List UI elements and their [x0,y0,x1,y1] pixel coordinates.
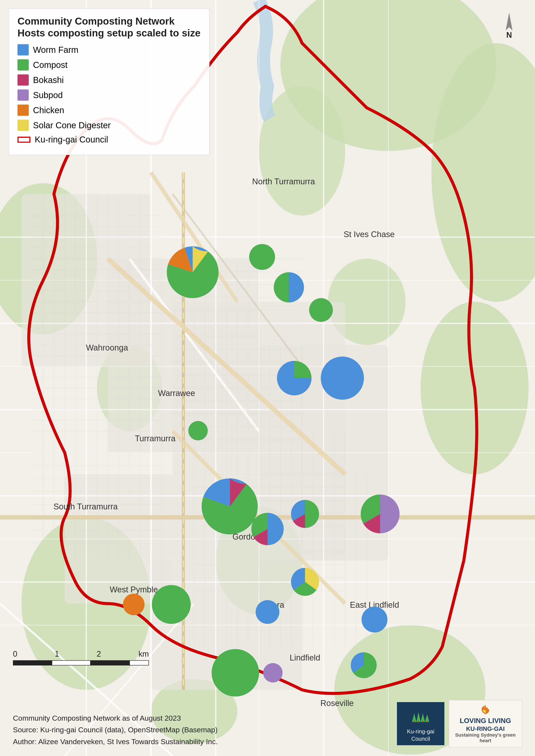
label-st-ives-chase: St Ives Chase [344,230,395,239]
legend-item-bokashi: Bokashi [17,74,201,86]
svg-text:N: N [506,31,512,39]
svg-rect-145 [422,721,423,723]
label-north-turramurra: North Turramurra [252,177,315,186]
svg-rect-143 [414,721,415,723]
compost-color [17,59,29,70]
label-east-lindfield: East Lindfield [350,600,399,609]
label-killara: Killara [262,600,284,609]
subpod-color [17,90,29,101]
legend-item-worm-farm: Worm Farm [17,44,201,55]
legend: Community Composting Network Hosts compo… [9,9,210,155]
legend-item-compost: Compost [17,59,201,70]
boundary-symbol [17,137,30,143]
legend-item-solar-cone: Solar Cone Digester [17,120,201,131]
loving-living-logo: LOVING LIVING KU-RING-GAI Sustaining Syd… [449,700,522,747]
worm-farm-color [17,44,29,55]
scale-bar: 0 1 2 km [13,650,149,665]
svg-rect-144 [418,721,419,723]
svg-marker-136 [506,13,512,30]
svg-point-123 [264,5,267,8]
chicken-color [17,105,29,116]
label-west-pymble: West Pymble [110,585,158,594]
legend-item-subpod: Subpod [17,90,201,101]
map-container: North Turramurra St Ives Chase Wahroonga… [0,0,535,756]
label-wahroonga: Wahroonga [86,343,128,352]
label-lindfield: Lindfield [290,653,320,662]
svg-rect-146 [427,721,428,723]
north-arrow: N [500,13,518,40]
scale-seg-1 [13,660,52,665]
legend-title: Community Composting Network Hosts compo… [17,15,201,39]
footer: Community Composting Network as of Augus… [13,700,522,747]
kuring-gai-council-logo: Ku-ring-gaiCouncil [397,702,444,745]
scale-seg-2 [52,660,91,665]
label-turramurra: Turramurra [135,434,176,443]
label-warrawee: Warrawee [158,389,195,398]
legend-item-boundary: Ku-ring-gai Council [17,135,201,145]
label-south-turramurra: South Turramurra [53,502,118,511]
solar-cone-color [17,120,29,131]
footer-text: Community Composting Network as of Augus… [13,712,218,747]
scale-seg-4 [129,660,149,665]
svg-point-124 [473,387,476,389]
bokashi-color [17,74,29,86]
logos: Ku-ring-gaiCouncil LOVING LIVING KU-RING… [397,700,522,747]
legend-item-chicken: Chicken [17,105,201,116]
label-gordon: Gordon [232,532,260,541]
svg-rect-138 [408,705,434,726]
scale-seg-3 [91,660,129,665]
